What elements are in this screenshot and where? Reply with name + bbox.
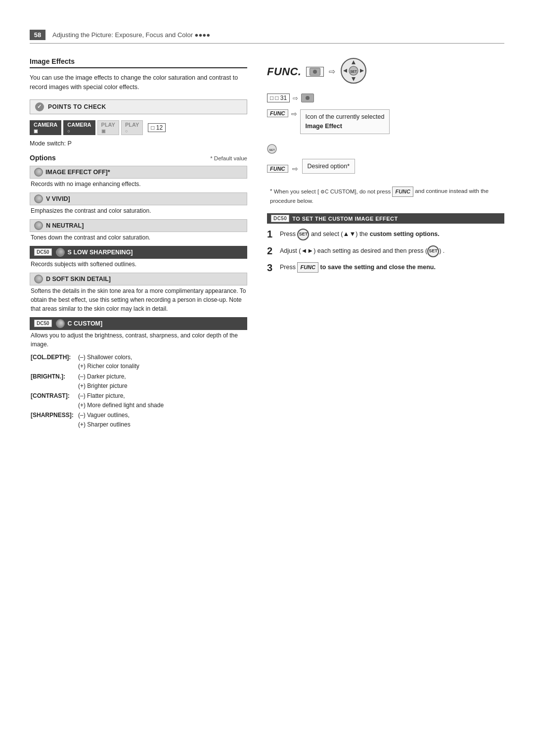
option-off-icon: IMAGE EFFECT OFF]* (34, 168, 110, 177)
svg-text:SET: SET (269, 148, 275, 151)
option-desc-softskin: Softens the details in the skin tone are… (30, 286, 247, 313)
step3-bold: to save the setting and close the menu. (320, 264, 435, 271)
detail-sharpness-key: [SHARPNESS]: (31, 411, 75, 429)
effect-icon-lowsharp (56, 248, 65, 257)
func-header-row: FUNC. ⇨ (267, 57, 504, 86)
func-ref-row: □ □ 31 ⇨ (267, 94, 504, 102)
option-row-off: IMAGE EFFECT OFF]* Records with no image… (30, 166, 247, 189)
step-image-effect: FUNC ⇨ Icon of the currently selected Im… (267, 109, 504, 139)
set-dial-icon: SET (340, 57, 367, 84)
custom-effect-header: DC50 TO SET THE CUSTOM IMAGE EFFECT (267, 213, 504, 224)
footnote-star: * (270, 189, 272, 194)
page-header: 58 Adjusting the Picture: Exposure, Focu… (30, 30, 504, 44)
func-page-ref: □ □ 31 (267, 94, 290, 102)
camera-badge-1: CAMERA▣ (30, 120, 61, 135)
step-image-effect-inner: FUNC ⇨ Icon of the currently selected Im… (267, 109, 390, 139)
nav-arrows-2: ◄► (301, 247, 313, 254)
detail-brightn-key: [BRIGHTN.]: (31, 372, 75, 390)
svg-text:SET: SET (351, 70, 357, 73)
option-row-lowsharp: DC50 S LOW SHARPENING] Records subjects … (30, 246, 247, 269)
step1-label: Icon of the currently selected (306, 113, 385, 120)
step-content-2: Adjust (◄►) each setting as desired and … (280, 245, 445, 257)
numbered-step-1: 1 Press SET and select (▲▼) the custom s… (267, 229, 504, 240)
effect-icon-vivid (34, 194, 43, 203)
mode-badges-row: CAMERA▣ CAMERA○ PLAY▣ PLAY○ □ 12 (30, 120, 247, 135)
dc50-tag-sub: DC50 (271, 215, 289, 222)
section-title: Image Effects (30, 57, 247, 68)
page-number: 58 (30, 30, 45, 40)
step-num-2: 2 (267, 245, 276, 256)
page-ref-12: □ 12 (148, 123, 166, 132)
step-content-1: Press SET and select (▲▼) the custom set… (280, 229, 440, 240)
detail-contrast: [CONTRAST]: (–) Flatter picture,(+) More… (31, 391, 247, 410)
option-row-custom: DC50 C CUSTOM] Allows you to adjust the … (30, 317, 247, 429)
effect-icon-off (34, 168, 43, 177)
arrow-right-2: ⇨ (293, 94, 298, 102)
options-label: Options (30, 154, 56, 162)
dc50-tag-lowsharp: DC50 (34, 248, 52, 256)
func-icon (310, 68, 320, 76)
desired-option-row: FUNC ⇨ Desired option* (267, 159, 504, 179)
step-num-1: 1 (267, 229, 276, 239)
numbered-step-2: 2 Adjust (◄►) each setting as desired an… (267, 245, 504, 257)
detail-contrast-key: [CONTRAST]: (31, 391, 75, 410)
set-btn-2: SET (427, 245, 439, 257)
desired-option-box: Desired option* (302, 159, 355, 174)
option-header-off: IMAGE EFFECT OFF]* (30, 166, 247, 179)
small-set-icon: SET (267, 144, 277, 154)
options-header: Options * Default value (30, 154, 247, 162)
func-tag-step3: FUNC (297, 262, 318, 273)
check-circle-icon: ✓ (35, 102, 44, 111)
option-desc-custom: Allows you to adjust the brightness, con… (30, 331, 247, 349)
option-desc-lowsharp: Records subjects with softened outlines. (30, 260, 247, 269)
nav-dial-container: SET (340, 57, 367, 86)
detail-coldepth-key: [COL.DEPTH]: (31, 353, 75, 371)
footnote: * When you select [ ⚙C CUSTOM], do not p… (267, 187, 504, 205)
left-column: Image Effects You can use the image effe… (30, 57, 247, 432)
step1-bold: Image Effect (306, 123, 342, 130)
image-effect-selected-box: Icon of the currently selected Image Eff… (300, 109, 390, 134)
mode-switch-label: Mode switch: P (30, 140, 247, 147)
func-leaf-icon (301, 94, 314, 102)
custom-setting-label: custom setting options. (370, 231, 440, 237)
option-row-softskin: D SOFT SKIN DETAIL] Softens the details … (30, 273, 247, 313)
detail-brightn-val: (–) Darker picture,(+) Brighter picture (78, 372, 128, 390)
dc50-tag-custom: DC50 (34, 320, 52, 327)
step-content-3: Press FUNC to save the setting and close… (280, 262, 436, 273)
arrow-effect: ⇨ (291, 110, 297, 118)
option-desc-vivid: Emphasizes the contrast and color satura… (30, 206, 247, 215)
option-header-softskin: D SOFT SKIN DETAIL] (30, 273, 247, 285)
detail-brightn: [BRIGHTN.]: (–) Darker picture,(+) Brigh… (31, 372, 247, 390)
func-tag-1: FUNC (267, 109, 288, 117)
option-desc-off: Records with no image enhancing effects. (30, 180, 247, 189)
option-header-vivid: V VIVID] (30, 192, 247, 205)
effect-icon-neutral (34, 221, 43, 230)
option-header-lowsharp: DC50 S LOW SHARPENING] (30, 246, 247, 259)
nav-arrows-1: ▲▼ (343, 230, 356, 237)
step2-label: Desired option* (308, 163, 350, 170)
detail-coldepth: [COL.DEPTH]: (–) Shallower colors,(+) Ri… (31, 353, 247, 371)
detail-contrast-val: (–) Flatter picture,(+) More defined lig… (78, 391, 164, 410)
option-row-neutral: N NEUTRAL] Tones down the contrast and c… (30, 219, 247, 242)
effect-icon-custom (56, 319, 65, 328)
footnote-text: When you select [ ⚙C CUSTOM], do not pre… (274, 189, 393, 194)
effect-icon-softskin (34, 275, 43, 284)
default-value-note: * Default value (210, 155, 247, 161)
points-to-check-label: POINTS TO CHECK (48, 103, 106, 110)
set-icon-row: SET (267, 144, 504, 154)
set-btn-1: SET (297, 229, 309, 240)
option-desc-neutral: Tones down the contrast and color satura… (30, 233, 247, 242)
custom-icon-inline: ⚙C (320, 189, 328, 194)
step-num-3: 3 (267, 262, 276, 273)
detail-sharpness-val: (–) Vaguer outlines,(+) Sharper outlines (78, 411, 131, 429)
section-intro: You can use the image effects to change … (30, 73, 247, 93)
func-tag-footnote: FUNC (392, 187, 413, 197)
page-header-title: Adjusting the Picture: Exposure, Focus a… (52, 31, 210, 39)
option-header-neutral: N NEUTRAL] (30, 219, 247, 232)
arrow-desired: ⇨ (292, 165, 298, 173)
option-header-custom: DC50 C CUSTOM] (30, 317, 247, 330)
func-tag-2: FUNC (267, 165, 288, 173)
func-small-icon (301, 94, 314, 102)
play-badge-2: PLAY○ (121, 120, 143, 135)
func-label: FUNC. (267, 65, 301, 78)
